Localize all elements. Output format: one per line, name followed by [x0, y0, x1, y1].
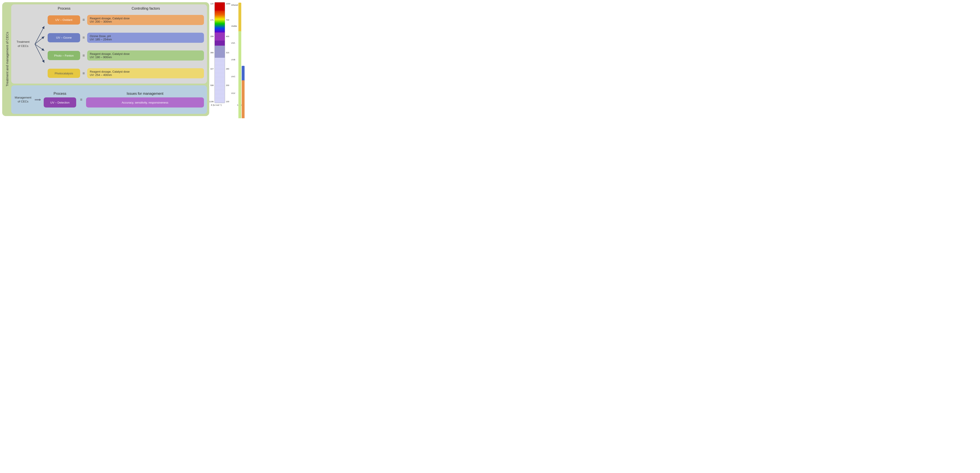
management-label-area: Management of CECs: [14, 96, 32, 103]
svg-line-4: [35, 44, 45, 63]
wave-val-4: 315: [226, 52, 229, 54]
equals-1: ≡: [81, 17, 86, 22]
energy-val-1: 120: [210, 3, 213, 5]
energy-val-6: 598: [210, 84, 213, 86]
uv-oxidant-controlling: Reagent dosage, Catalyst dose UV: 200 – …: [87, 15, 204, 25]
mgmt-equals: ≡: [79, 97, 83, 102]
uvc-segment: [215, 46, 225, 58]
equals-4: ≡: [81, 71, 86, 76]
uva-segment: [215, 32, 225, 41]
left-section: Treatment and management of CECs Treatme…: [2, 2, 209, 116]
region-uva: UVA: [231, 42, 235, 44]
uv-detection-box: UV – Detection: [44, 97, 76, 108]
energy-val-4: 380: [210, 52, 213, 54]
photocatalysis-box: Photocatalysis: [48, 69, 80, 78]
photo-fenton-box: Photo – Fenton: [48, 51, 80, 60]
uv-ozone-controlling: Ozone Dose, pH UV: 185 – 254nm: [87, 33, 204, 43]
spectrum-bar: [215, 2, 225, 103]
uv-ozone-row: UV – Ozone ≡ Ozone Dose, pH UV: 185 – 25…: [48, 33, 204, 43]
wave-val-6: 200: [226, 84, 229, 86]
controlling-header: Controlling factors: [132, 6, 160, 10]
equals-2: ≡: [81, 35, 86, 40]
management-process-header: Process: [54, 92, 66, 96]
region-infrared: Infrared: [231, 4, 238, 6]
treatment-panel: Treatment of CECs: [11, 5, 207, 84]
photo-fenton-row: Photo – Fenton ≡ Reagent dosage, Catalys…: [48, 51, 204, 60]
wave-val-2: 700: [226, 19, 229, 21]
region-visible: Visible: [231, 25, 237, 27]
svg-line-1: [35, 26, 45, 44]
wave-val-3: 400: [226, 35, 229, 38]
svg-line-3: [35, 44, 45, 51]
equals-3: ≡: [81, 53, 86, 58]
arrows-area: [33, 6, 46, 81]
energy-val-7: 1196: [209, 100, 213, 103]
uv-oxidant-row: UV – Oxidant ≡ Reagent dosage, Catalyst …: [48, 15, 204, 25]
wave-val-5: 280: [226, 68, 229, 70]
treatment-label: Treatment of CECs: [17, 40, 30, 48]
visible-segment: [215, 11, 225, 33]
region-uvb: UVB: [231, 59, 235, 61]
management-arrow: ⟹: [35, 97, 41, 102]
energy-axis-label: E (kJ mol⁻¹): [211, 104, 222, 106]
energy-val-5: 427: [210, 68, 213, 70]
wave-val-1: 1000: [226, 3, 230, 5]
uv-ozone-box: UV – Ozone: [48, 33, 80, 42]
photo-fenton-controlling: Reagent dosage, Catalyst dose UV: 190 – …: [87, 51, 204, 60]
photocatalysis-row: Photocatalysis ≡ Reagent dosage, Catalys…: [48, 68, 204, 78]
main-container: Treatment and management of CECs Treatme…: [0, 0, 245, 118]
energy-val-3: 299: [210, 35, 213, 38]
vuv-segment: [215, 58, 225, 103]
management-panel: Management of CECs ⟹ Process UV – Detect…: [11, 85, 207, 114]
outer-vertical-label: Treatment and management of CECs: [5, 5, 10, 114]
spectrum-section: 120 171 299 380 427 598 1196: [211, 2, 243, 116]
region-vuv: VUV: [231, 92, 235, 94]
energy-val-2: 171: [210, 19, 213, 21]
axis-labels: E (kJ mol⁻¹) λ (nm): [211, 104, 243, 106]
region-uvc: UVC: [231, 75, 235, 78]
process-header: Process: [58, 6, 70, 10]
issues-header: Issues for management: [127, 92, 163, 96]
photocatalysis-side-label: Photocatalysis: [239, 31, 241, 118]
management-issues-box: Accuracy, sensitivity, responsiveness: [86, 97, 204, 108]
management-label: Management of CECs: [14, 96, 32, 103]
svg-line-2: [35, 37, 45, 44]
infrared-segment: [215, 2, 225, 11]
treatment-label-area: Treatment of CECs: [14, 6, 32, 81]
uv-oxidant-side-label: UV-Oxidant: [242, 80, 245, 118]
wave-val-7: 100: [226, 100, 229, 103]
uv-oxidant-box: UV – Oxidant: [48, 15, 80, 25]
uvb-segment: [215, 41, 225, 46]
photocatalysis-controlling: Reagent dosage, Catalyst dose UV: 254 – …: [87, 68, 204, 78]
